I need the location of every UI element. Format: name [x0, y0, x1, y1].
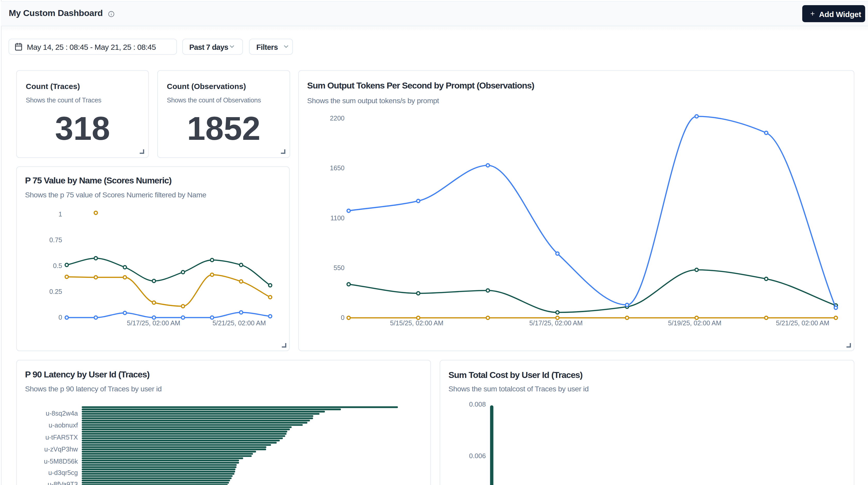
- svg-text:0.5: 0.5: [53, 262, 62, 269]
- svg-text:u-5M8D56k: u-5M8D56k: [44, 458, 78, 465]
- svg-text:5/15/25, 02:00 AM: 5/15/25, 02:00 AM: [390, 320, 443, 327]
- svg-text:2200: 2200: [330, 115, 344, 122]
- svg-text:u-8sq2w4a: u-8sq2w4a: [45, 410, 78, 417]
- svg-text:1100: 1100: [330, 214, 344, 222]
- svg-text:1650: 1650: [330, 164, 344, 172]
- svg-text:u-tFAR5TX: u-tFAR5TX: [45, 434, 78, 441]
- svg-text:5/21/25, 02:00 AM: 5/21/25, 02:00 AM: [213, 320, 266, 327]
- svg-text:550: 550: [334, 264, 344, 271]
- svg-text:0.008: 0.008: [469, 400, 486, 408]
- svg-text:u-d3qr5cg: u-d3qr5cg: [48, 469, 78, 476]
- svg-text:0.25: 0.25: [49, 288, 62, 295]
- svg-text:u-8fVa9T3: u-8fVa9T3: [48, 481, 78, 485]
- svg-text:0: 0: [59, 314, 62, 321]
- svg-text:0.006: 0.006: [469, 452, 486, 460]
- svg-text:5/21/25, 02:00 AM: 5/21/25, 02:00 AM: [776, 320, 829, 327]
- svg-text:5/19/25, 02:00 AM: 5/19/25, 02:00 AM: [668, 320, 721, 327]
- svg-text:1: 1: [59, 211, 62, 218]
- svg-text:u-aobnuxf: u-aobnuxf: [49, 422, 78, 429]
- svg-text:u-zVqP3hw: u-zVqP3hw: [44, 446, 78, 453]
- svg-text:0.75: 0.75: [49, 236, 62, 244]
- svg-text:5/17/25, 02:00 AM: 5/17/25, 02:00 AM: [529, 320, 583, 327]
- svg-text:0: 0: [341, 314, 344, 321]
- svg-text:5/17/25, 02:00 AM: 5/17/25, 02:00 AM: [127, 320, 180, 327]
